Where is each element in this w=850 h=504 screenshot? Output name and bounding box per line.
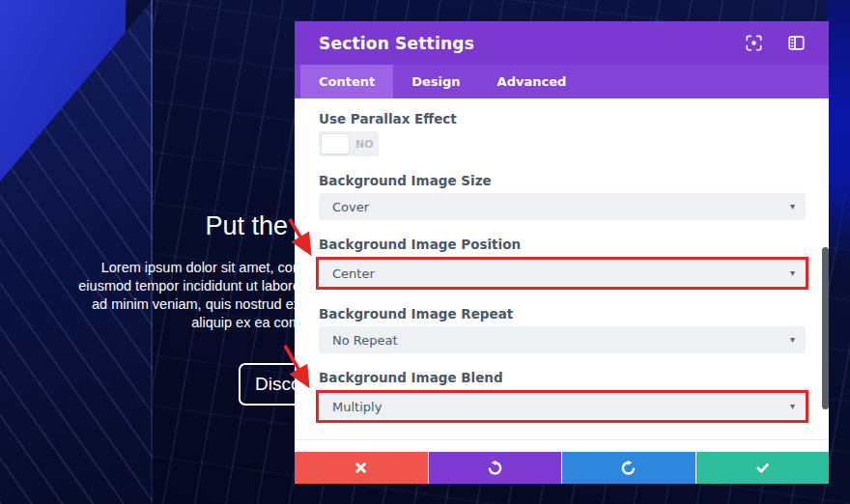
field-label: Background Image Position <box>319 237 806 253</box>
sky-right-strip <box>827 0 850 261</box>
redo-icon <box>620 460 637 476</box>
sidebar-layout-icon[interactable] <box>788 35 805 51</box>
footer-separator <box>295 439 829 440</box>
hero-paragraph-line: eiusmod tempor incididunt ut labore <box>0 277 300 295</box>
modal-header: Section Settings <box>295 21 829 65</box>
field-background-image-position: Background Image Position Center ▾ <box>319 237 806 290</box>
field-background-image-blend: Background Image Blend Multiply ▾ <box>319 370 806 423</box>
undo-button[interactable] <box>429 452 562 484</box>
confirm-button[interactable] <box>696 452 830 484</box>
modal-tab-bar: Content Design Advanced <box>295 65 829 98</box>
modal-body: Use Parallax Effect NO Background Image … <box>295 98 829 452</box>
background-image-blend-select[interactable]: Multiply ▾ <box>319 393 806 420</box>
select-value: Center <box>332 266 375 281</box>
hero-paragraph-line: Lorem ipsum dolor sit amet, con <box>0 259 300 277</box>
hero-paragraph-line: aliquip ex ea com <box>0 314 300 332</box>
background-image-position-select[interactable]: Center ▾ <box>319 260 806 287</box>
redo-button[interactable] <box>562 452 695 484</box>
chevron-down-icon: ▾ <box>790 334 795 345</box>
modal-footer <box>295 452 829 484</box>
field-label: Background Image Size <box>319 173 806 189</box>
field-use-parallax-effect: Use Parallax Effect NO <box>319 111 806 156</box>
modal-title: Section Settings <box>319 34 474 53</box>
toggle-state-label: NO <box>355 138 374 151</box>
chevron-down-icon: ▾ <box>790 267 795 278</box>
background-image-repeat-select[interactable]: No Repeat ▾ <box>319 326 806 353</box>
hero-paragraph-line: ad minim veniam, quis nostrud ex <box>0 295 300 314</box>
check-icon <box>755 461 770 475</box>
x-icon <box>354 461 368 475</box>
background-image-size-select[interactable]: Cover ▾ <box>319 193 806 220</box>
highlight-box-blend: Multiply ▾ <box>316 390 808 423</box>
toggle-knob[interactable] <box>321 133 350 154</box>
cancel-button[interactable] <box>295 452 428 484</box>
tab-content[interactable]: Content <box>300 65 393 98</box>
hero-paragraph: Lorem ipsum dolor sit amet, con eiusmod … <box>0 259 300 332</box>
tab-design[interactable]: Design <box>393 65 478 98</box>
field-label: Use Parallax Effect <box>319 111 806 127</box>
highlight-box-position: Center ▾ <box>316 257 808 290</box>
select-value: Cover <box>332 200 369 214</box>
hero-section: Put the t Lorem ipsum dolor sit amet, co… <box>0 0 309 504</box>
field-background-image-size: Background Image Size Cover ▾ <box>319 173 806 220</box>
modal-header-icons <box>746 35 805 51</box>
tab-advanced[interactable]: Advanced <box>479 65 585 98</box>
chevron-down-icon: ▾ <box>790 201 795 211</box>
parallax-toggle[interactable]: NO <box>319 131 379 156</box>
modal-scrollbar[interactable] <box>822 247 829 409</box>
field-label: Background Image Repeat <box>319 306 806 322</box>
select-value: Multiply <box>332 400 382 414</box>
select-value: No Repeat <box>332 333 398 348</box>
chevron-down-icon: ▾ <box>790 401 795 411</box>
section-settings-modal: Section Settings <box>295 21 829 484</box>
hero-heading: Put the t <box>0 210 302 241</box>
field-background-image-repeat: Background Image Repeat No Repeat ▾ <box>319 306 806 353</box>
undo-icon <box>487 460 503 476</box>
field-label: Background Image Blend <box>319 370 806 386</box>
preview-toggle-icon[interactable] <box>746 35 762 51</box>
